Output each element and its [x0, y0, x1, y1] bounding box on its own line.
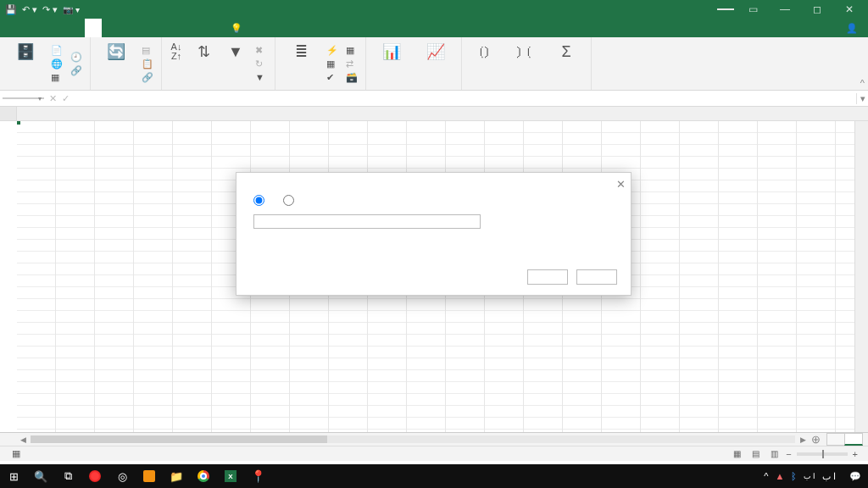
tab-developer[interactable] — [136, 19, 153, 37]
scroll-thumb[interactable] — [31, 435, 327, 443]
macro-record-icon[interactable]: ▦ — [12, 448, 20, 459]
remove-duplicates-button[interactable]: ▦ — [325, 57, 341, 70]
tray-chevron-icon[interactable]: ^ — [764, 471, 768, 481]
taskbar-app[interactable] — [81, 464, 108, 488]
select-all-corner[interactable] — [0, 107, 17, 120]
cancel-button[interactable] — [576, 269, 617, 285]
text-to-columns-button[interactable]: ≣ — [281, 39, 321, 88]
tab-data[interactable] — [85, 19, 102, 37]
minimize-icon[interactable]: — — [771, 0, 798, 19]
url-input[interactable] — [253, 214, 481, 229]
tray-lang-icon[interactable]: ا ب — [822, 471, 836, 482]
zoom-out-icon[interactable]: − — [786, 449, 791, 459]
selected-cell[interactable] — [17, 121, 20, 125]
sheet-tab-sheet1[interactable] — [826, 433, 845, 446]
taskbar-app[interactable] — [136, 464, 163, 488]
filter-button[interactable]: ▼ — [221, 39, 250, 88]
validation-icon: ✔ — [326, 72, 337, 82]
advanced-filter-button[interactable]: ▼ — [253, 70, 270, 84]
whatif-icon: 📊 — [381, 41, 403, 63]
formula-input[interactable] — [80, 93, 856, 103]
consolidate-button[interactable]: ▦ — [344, 43, 360, 57]
scroll-right-icon[interactable]: ▶ — [797, 435, 809, 444]
collapse-ribbon-icon[interactable]: ^ — [860, 78, 865, 88]
get-data-button[interactable]: 🗄️ — [5, 39, 46, 88]
cancel-formula-icon[interactable]: ✕ — [49, 93, 57, 104]
tab-help[interactable] — [153, 19, 170, 37]
tray-warning-icon[interactable]: ▲ — [776, 471, 785, 481]
dialog-close-icon[interactable]: ✕ — [616, 178, 626, 191]
taskbar-app[interactable]: ◎ — [108, 464, 136, 488]
page-break-view-icon[interactable]: ▥ — [767, 448, 781, 460]
tray-bluetooth-icon[interactable]: ᛒ — [791, 471, 797, 481]
tab-formulas[interactable] — [68, 19, 85, 37]
what-if-button[interactable]: 📊 — [371, 39, 412, 88]
share-button[interactable]: 👤 — [846, 23, 861, 34]
task-view-icon[interactable]: ⧉ — [54, 464, 81, 488]
taskbar-app[interactable]: 📍 — [244, 464, 271, 488]
from-table-range-button[interactable]: ▦ — [49, 70, 65, 84]
name-box[interactable] — [3, 97, 44, 99]
remove-dup-icon: ▦ — [326, 58, 337, 69]
tab-view[interactable] — [119, 19, 136, 37]
sort-button[interactable]: ⇅ — [189, 39, 218, 88]
horizontal-scrollbar[interactable]: ◀ ▶ — [0, 435, 809, 444]
tab-page-layout[interactable] — [51, 19, 68, 37]
radio-advanced-input[interactable] — [283, 195, 294, 206]
tab-load-test[interactable] — [170, 19, 186, 37]
search-icon[interactable]: 🔍 — [27, 464, 54, 488]
tray-notifications-icon[interactable]: 💬 — [849, 471, 861, 482]
flash-fill-button[interactable]: ⚡ — [325, 43, 341, 57]
ungroup-button[interactable]: ⟯⟮ — [504, 39, 543, 88]
sheet-tab-sheet2[interactable] — [844, 433, 863, 446]
taskbar-app[interactable] — [190, 464, 217, 488]
manage-data-model-button[interactable]: 🗃️ — [344, 70, 360, 84]
taskbar-app[interactable]: 📁 — [163, 464, 190, 488]
radio-advanced[interactable] — [283, 195, 298, 206]
tab-home[interactable] — [17, 19, 34, 37]
ribbon-options-icon[interactable]: ▭ — [739, 0, 766, 19]
radio-basic-input[interactable] — [253, 195, 264, 206]
title-bar: 💾 ↶ ▾ ↷ ▾ 📷 ▾ ▭ — ◻ ✕ — [0, 0, 868, 19]
new-sheet-button[interactable]: ⊕ — [809, 433, 822, 446]
tab-power-pivot[interactable] — [186, 19, 203, 37]
table-icon: ▦ — [51, 72, 61, 82]
save-icon[interactable]: 💾 — [5, 4, 17, 15]
sort-az-button[interactable]: A↓Z↑ — [167, 39, 186, 88]
tell-me-search[interactable]: 💡 — [231, 23, 246, 34]
zoom-slider[interactable] — [797, 452, 848, 456]
start-button[interactable]: ⊞ — [0, 464, 27, 488]
camera-icon[interactable]: 📷 ▾ — [63, 5, 80, 14]
tab-review[interactable] — [102, 19, 119, 37]
enter-formula-icon[interactable]: ✓ — [62, 93, 70, 104]
redo-icon[interactable]: ↷ ▾ — [42, 4, 58, 15]
forecast-sheet-button[interactable]: 📈 — [415, 39, 456, 88]
close-icon[interactable]: ✕ — [836, 0, 863, 19]
tab-file[interactable] — [0, 19, 17, 37]
tray-text-icon[interactable]: ا ب — [804, 472, 815, 480]
sign-in-button[interactable] — [717, 8, 734, 10]
from-web-button[interactable]: 🌐 — [49, 57, 65, 70]
tab-team[interactable] — [203, 19, 220, 37]
data-validation-button[interactable]: ✔ — [325, 70, 341, 84]
recent-sources-button[interactable]: 🕘 — [69, 50, 85, 64]
scroll-left-icon[interactable]: ◀ — [17, 435, 29, 444]
existing-connections-button[interactable]: 🔗 — [69, 64, 85, 77]
tab-insert[interactable] — [34, 19, 51, 37]
undo-icon[interactable]: ↶ ▾ — [22, 4, 37, 15]
from-text-csv-button[interactable]: 📄 — [49, 43, 65, 57]
refresh-all-button[interactable]: 🔄 — [96, 39, 136, 88]
ok-button[interactable] — [527, 269, 568, 285]
expand-formula-bar-icon[interactable]: ▾ — [856, 93, 868, 104]
zoom-in-icon[interactable]: + — [853, 449, 858, 459]
ribbon-tabs: 💡 👤 — [0, 19, 868, 37]
normal-view-icon[interactable]: ▦ — [730, 448, 743, 460]
vertical-scrollbar[interactable] — [854, 121, 868, 432]
maximize-icon[interactable]: ◻ — [804, 0, 831, 19]
group-rows-button[interactable]: ⟮⟯ — [467, 39, 501, 88]
taskbar-app[interactable]: X — [217, 464, 244, 488]
subtotal-button[interactable]: Σ — [547, 39, 586, 88]
radio-basic[interactable] — [253, 195, 268, 206]
page-layout-view-icon[interactable]: ▤ — [748, 448, 762, 460]
queries-connections-button[interactable]: ▤ — [140, 43, 156, 57]
